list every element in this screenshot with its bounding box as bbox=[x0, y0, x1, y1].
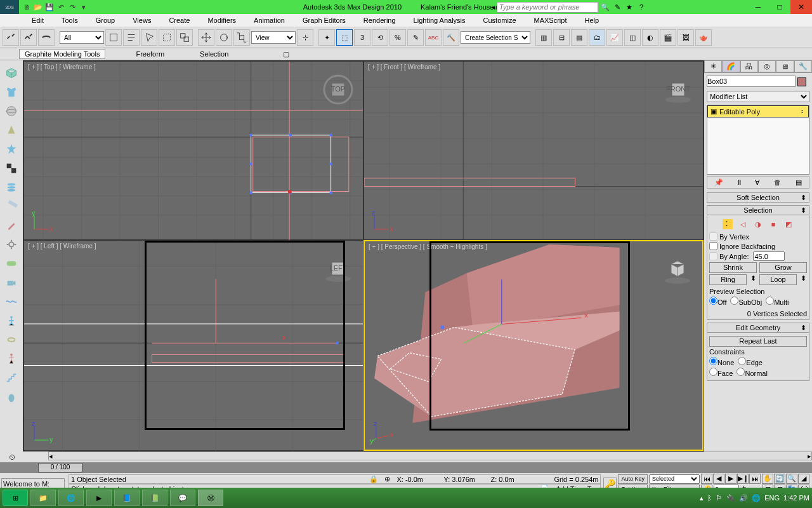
cylinder-stack-icon[interactable] bbox=[3, 178, 20, 196]
mirror-icon[interactable]: ▥ bbox=[535, 29, 552, 46]
shirt-icon[interactable] bbox=[3, 83, 20, 101]
menu-rendering[interactable]: Rendering bbox=[357, 15, 402, 25]
preview-off-radio[interactable] bbox=[709, 297, 717, 305]
goto-end-icon[interactable]: ⏭ bbox=[749, 474, 761, 484]
ref-coord-system[interactable]: View bbox=[251, 31, 296, 44]
cursor-icon[interactable] bbox=[141, 29, 157, 46]
select-object-icon[interactable] bbox=[105, 29, 122, 46]
menu-edit[interactable]: Edit bbox=[25, 15, 50, 25]
word-task-icon[interactable]: 📘 bbox=[114, 490, 140, 506]
menu-grapheditors[interactable]: Graph Editors bbox=[296, 15, 352, 25]
edge-subobj-icon[interactable]: ◁ bbox=[738, 219, 748, 229]
polygon-subobj-icon[interactable]: ■ bbox=[768, 219, 778, 229]
binoculars-icon[interactable]: 🔍 bbox=[599, 1, 611, 13]
app-logo-icon[interactable]: 3DS bbox=[0, 0, 19, 14]
hierarchy-tab-icon[interactable]: 品 bbox=[740, 60, 758, 72]
redo-icon[interactable]: ↷ bbox=[67, 2, 77, 12]
ignore-backfacing-checkbox[interactable] bbox=[709, 242, 717, 250]
menu-create[interactable]: Create bbox=[162, 15, 196, 25]
loop-button[interactable]: Loop bbox=[759, 274, 797, 285]
bluetooth-icon[interactable]: ᛒ bbox=[707, 494, 712, 502]
menu-views[interactable]: Views bbox=[126, 15, 157, 25]
edit-named-sel-icon[interactable]: ✎ bbox=[407, 29, 424, 46]
repeat-last-button[interactable]: Repeat Last bbox=[709, 336, 807, 347]
spinner-snap-icon[interactable]: % bbox=[390, 29, 406, 46]
rotate-icon[interactable] bbox=[216, 29, 232, 46]
make-unique-icon[interactable]: ∀ bbox=[755, 178, 760, 187]
key-mode-select[interactable]: Selected bbox=[649, 474, 700, 484]
viewcube-persp[interactable] bbox=[662, 254, 693, 284]
link-icon[interactable] bbox=[3, 29, 19, 46]
viewport-top[interactable]: [ + ] [ Top ] [ Wireframe ] TOP xy bbox=[23, 61, 363, 240]
menu-tools[interactable]: Tools bbox=[55, 15, 84, 25]
chrome-task-icon[interactable]: 🌐 bbox=[58, 490, 84, 506]
utilities-tab-icon[interactable]: 🔧 bbox=[794, 60, 812, 72]
show-result-icon[interactable]: Ⅱ bbox=[738, 178, 741, 187]
maximize-button[interactable]: □ bbox=[769, 0, 790, 14]
torus-knot-icon[interactable] bbox=[3, 331, 20, 349]
expand-icon[interactable]: ▣ bbox=[710, 107, 717, 116]
named-sel-set[interactable]: Create Selection Se bbox=[461, 31, 530, 44]
layers-icon[interactable]: ▤ bbox=[571, 29, 587, 46]
action-center-icon[interactable]: 🏳 bbox=[716, 494, 723, 502]
start-button[interactable]: ⊞ bbox=[3, 490, 28, 506]
menu-group[interactable]: Group bbox=[89, 15, 122, 25]
by-angle-checkbox[interactable] bbox=[709, 252, 717, 260]
ribbon-minimize-icon[interactable]: ▢ bbox=[278, 50, 294, 59]
close-button[interactable]: ✕ bbox=[790, 0, 812, 14]
time-slider-thumb[interactable]: 0 / 100 bbox=[38, 463, 82, 472]
object-color-swatch[interactable] bbox=[797, 77, 806, 86]
zoom-icon[interactable]: 🔍 bbox=[786, 474, 797, 484]
open-icon[interactable]: 📂 bbox=[33, 2, 43, 12]
clock[interactable]: 1:42 PM bbox=[783, 494, 809, 502]
percent-snap-icon[interactable]: ⟲ bbox=[372, 29, 388, 46]
stairs-icon[interactable] bbox=[3, 369, 20, 387]
goto-start-icon[interactable]: ⏮ bbox=[701, 474, 712, 484]
viewcube-front[interactable]: FRONT bbox=[663, 74, 693, 105]
network-icon[interactable]: 🌐 bbox=[752, 494, 761, 502]
tube-icon[interactable] bbox=[3, 255, 20, 272]
modifier-list-dropdown[interactable]: Modifier List bbox=[707, 91, 809, 102]
star-icon[interactable] bbox=[3, 140, 20, 158]
unlink-icon[interactable] bbox=[20, 29, 37, 46]
pin-stack-icon[interactable]: 📌 bbox=[714, 178, 723, 187]
viewcube-top[interactable]: TOP bbox=[323, 74, 353, 105]
modifier-stack[interactable]: ▣Editable Poly⠆ bbox=[707, 105, 809, 175]
constraint-normal-radio[interactable] bbox=[737, 368, 745, 376]
vertex-subobj-icon[interactable]: ⠅ bbox=[723, 219, 733, 229]
favorites-icon[interactable]: ★ bbox=[624, 1, 635, 13]
rect-select-icon[interactable] bbox=[159, 29, 175, 46]
save-icon[interactable]: 💾 bbox=[44, 2, 55, 12]
menu-animation[interactable]: Animation bbox=[247, 15, 291, 25]
help-icon[interactable]: ? bbox=[636, 1, 647, 13]
motion-tab-icon[interactable]: ◎ bbox=[758, 60, 776, 72]
lock-icon[interactable]: 🔒 bbox=[369, 475, 378, 483]
arc-rotate-icon[interactable]: 🔄 bbox=[774, 474, 785, 484]
plus-icon[interactable]: ▾ bbox=[79, 2, 89, 12]
brush-icon[interactable] bbox=[3, 217, 20, 234]
window-crossing-icon[interactable] bbox=[176, 29, 193, 46]
display-tab-icon[interactable]: 🖥 bbox=[776, 60, 794, 72]
communication-icon[interactable]: ✎ bbox=[612, 1, 623, 13]
figure-icon[interactable] bbox=[3, 350, 20, 368]
grow-button[interactable]: Grow bbox=[759, 262, 807, 273]
time-config-icon[interactable]: ⏲ bbox=[9, 453, 16, 461]
shrink-button[interactable]: Shrink bbox=[709, 262, 757, 273]
box-primitive-icon[interactable] bbox=[3, 64, 20, 82]
manipulate-icon[interactable]: ✦ bbox=[318, 29, 335, 46]
ribbon-tab-selection[interactable]: Selection bbox=[195, 50, 233, 58]
by-vertex-checkbox[interactable] bbox=[709, 232, 717, 241]
scale-icon[interactable] bbox=[233, 29, 250, 46]
wave-icon[interactable] bbox=[3, 293, 20, 311]
ring-button[interactable]: Ring bbox=[709, 274, 747, 285]
search-prev-icon[interactable]: ◂ bbox=[492, 3, 495, 11]
search-input[interactable] bbox=[497, 2, 598, 13]
lang-indicator[interactable]: ENG bbox=[764, 494, 780, 502]
angle-snap-icon[interactable]: 3 bbox=[354, 29, 370, 46]
object-name-input[interactable] bbox=[707, 76, 796, 87]
bind-icon[interactable] bbox=[38, 29, 55, 46]
viewport-front[interactable]: [ + ] [ Front ] [ Wireframe ] FRONT xz bbox=[363, 61, 704, 240]
material-editor-icon[interactable]: ◐ bbox=[642, 29, 658, 46]
checker-icon[interactable] bbox=[3, 159, 20, 177]
preview-subobj-radio[interactable] bbox=[730, 297, 738, 305]
